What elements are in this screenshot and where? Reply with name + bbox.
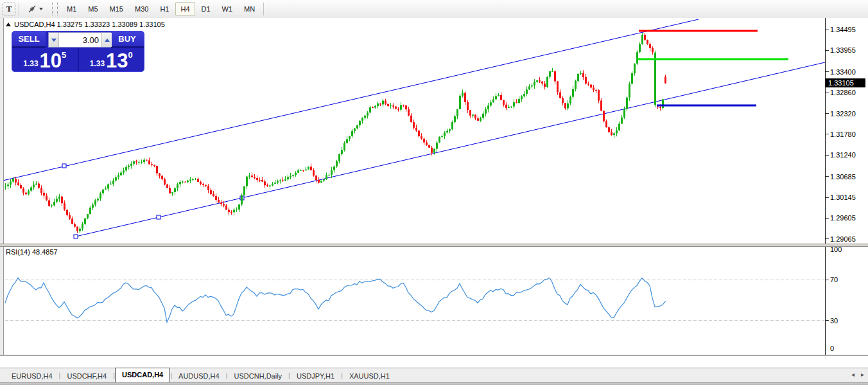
price-tick-label: 1.31780 (830, 130, 867, 138)
symbol-ohlc-text: USDCAD,H4 1.33275 1.33323 1.33089 1.3310… (14, 21, 165, 28)
volume-control (48, 32, 111, 48)
volume-decrease-button[interactable] (49, 33, 59, 47)
buy-price-pipette: 0 (128, 50, 133, 60)
price-tick-label: 1.31240 (830, 151, 867, 159)
price-tick-mark (826, 155, 829, 156)
volume-input[interactable] (59, 33, 101, 47)
timeframe-toolbar: M1M5M15M30H1H4D1W1MN (61, 2, 261, 16)
timeframe-button-mn[interactable]: MN (239, 2, 260, 16)
chart-tab-usdjpy-h1[interactable]: USDJPY,H1 (290, 370, 341, 382)
price-tick-mark (826, 134, 829, 134)
price-tick-mark (826, 50, 829, 51)
chart-left-edge (0, 18, 4, 355)
tab-scroll-right-icon[interactable]: ▸ (861, 371, 864, 378)
chevron-down-icon (39, 8, 43, 10)
price-tick-label: 1.33400 (830, 68, 867, 76)
price-tick-label: 1.29605 (830, 214, 867, 222)
price-tick-mark (826, 93, 829, 93)
price-tick-label: 1.34495 (830, 26, 867, 33)
buy-button[interactable]: BUY (110, 31, 144, 48)
tab-bar-bottom-strip (0, 382, 868, 385)
chart-tab-xauusd-h1[interactable]: XAUUSD,H1 (343, 370, 396, 382)
text-tool-button[interactable]: T (3, 3, 15, 15)
buy-price-prefix: 1.33 (90, 59, 105, 68)
chart-tab-usdcnh-daily[interactable]: USDCNH,Daily (228, 370, 289, 382)
current-price-tag: 1.33105 (826, 78, 865, 87)
timeframe-button-h1[interactable]: H1 (155, 2, 174, 16)
timeframe-button-m30[interactable]: M30 (130, 2, 153, 16)
rsi-tick-mark (826, 320, 829, 321)
rsi-level-label: 30 (830, 317, 867, 325)
rsi-level-label: 70 (830, 276, 867, 283)
timeframe-button-h4[interactable]: H4 (175, 2, 195, 16)
price-tick-mark (826, 218, 829, 219)
chart-tab-usdcad-h4[interactable]: USDCAD,H4 (115, 368, 170, 382)
toolbar-separator (19, 3, 19, 15)
timeframe-button-m5[interactable]: M5 (83, 2, 103, 16)
price-tick-label: 1.32320 (830, 110, 867, 118)
price-tick-label: 1.30685 (830, 173, 867, 181)
sell-price-pipette: 5 (62, 50, 66, 60)
volume-increase-button[interactable] (101, 33, 112, 47)
price-tick-label: 1.29065 (830, 235, 867, 243)
rsi-level-label: 0 (830, 345, 867, 352)
price-tick-mark (826, 71, 829, 72)
spinner-up-icon (105, 39, 110, 42)
rsi-level-label: 100 (830, 246, 867, 253)
buy-price-big-digits: 13 (106, 51, 128, 71)
price-tick-mark (826, 197, 829, 198)
chart-symbol-line: USDCAD,H4 1.33275 1.33323 1.33089 1.3310… (6, 21, 165, 28)
price-tick-mark (826, 113, 829, 114)
price-axis-border (825, 18, 826, 355)
sell-price-big-digits: 10 (40, 51, 62, 71)
diagonal-arrows-icon (28, 4, 37, 13)
one-click-trading-panel: SELL BUY 1.33105 1.33130 (12, 31, 144, 72)
tab-scroll-buttons: ◂ ▸ (851, 371, 864, 378)
sell-price-button[interactable]: 1.33105 (12, 48, 79, 72)
chart-tab-bar: EURUSD,H4|USDCHF,H4|USDCAD,H4|AUDUSD,H4|… (0, 368, 868, 385)
chart-tab-eurusd-h4[interactable]: EURUSD,H4 (5, 370, 59, 382)
symbol-direction-icon (6, 22, 11, 26)
price-tick-label: 1.32860 (830, 89, 867, 96)
chart-tab-usdchf-h4[interactable]: USDCHF,H4 (60, 370, 113, 382)
price-tick-label: 1.33955 (830, 46, 867, 54)
price-tick-label: 1.30145 (830, 193, 867, 201)
rsi-indicator-label: RSI(14) 48.4857 (6, 248, 58, 256)
chart-tab-audusd-h4[interactable]: AUDUSD,H4 (172, 370, 226, 382)
text-tool-icon: T (6, 4, 12, 14)
price-tick-mark (826, 30, 829, 30)
top-toolbar: T M1M5M15M30H1H4D1W1MN (0, 0, 868, 19)
timeframe-button-w1[interactable]: W1 (217, 2, 238, 16)
sell-price-prefix: 1.33 (23, 59, 38, 68)
trade-levels-arrows-button[interactable] (22, 2, 48, 16)
tab-scroll-left-icon[interactable]: ◂ (851, 371, 855, 378)
toolbar-separator (263, 3, 264, 15)
rsi-tick-mark (826, 280, 829, 280)
spinner-down-icon (51, 39, 56, 42)
timeframe-button-d1[interactable]: D1 (196, 2, 216, 16)
chart-window: USDCAD,H4 1.33275 1.33323 1.33089 1.3310… (0, 18, 868, 368)
indicator-splitter[interactable] (0, 244, 868, 247)
buy-price-button[interactable]: 1.33130 (79, 48, 144, 72)
sell-button[interactable]: SELL (12, 31, 46, 48)
rsi-indicator-plot[interactable] (0, 246, 825, 355)
timeframe-button-m15[interactable]: M15 (105, 2, 128, 16)
price-tick-mark (826, 176, 829, 177)
timeframe-button-m1[interactable]: M1 (62, 2, 82, 16)
price-tick-mark (826, 238, 829, 239)
chart-bottom-border (0, 355, 868, 355)
toolbar-drag-handle[interactable] (52, 3, 58, 15)
